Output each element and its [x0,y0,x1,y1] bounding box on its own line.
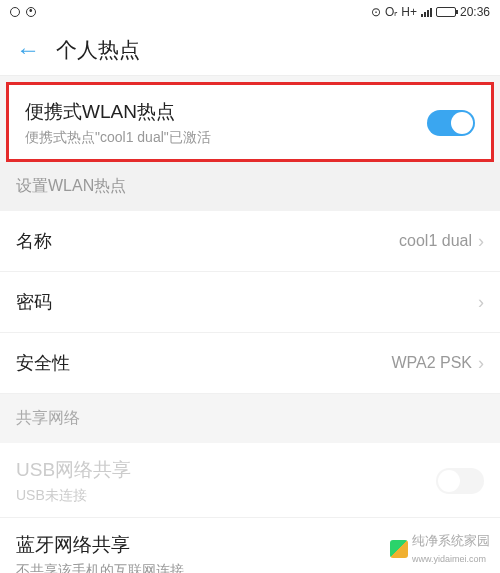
nav-header: ← 个人热点 [0,24,500,76]
watermark-brand: 纯净系统家园 [412,533,490,548]
watermark-logo-icon [390,540,408,558]
chevron-right-icon: › [478,231,484,252]
hotspot-icon: ⊙ [371,5,381,19]
annotation-highlight: 便携式WLAN热点 便携式热点"cool1 dual"已激活 [6,82,494,162]
portable-hotspot-row[interactable]: 便携式WLAN热点 便携式热点"cool1 dual"已激活 [9,85,491,159]
back-icon[interactable]: ← [16,38,40,62]
usb-tether-row: USB网络共享 USB未连接 [0,443,500,518]
row-security-value: WPA2 PSK [391,354,472,372]
status-icon-1 [10,7,20,17]
portable-hotspot-toggle[interactable] [427,110,475,136]
usb-tether-title: USB网络共享 [16,457,436,483]
section-share-network: 共享网络 [0,394,500,443]
chevron-right-icon: › [478,353,484,374]
row-name[interactable]: 名称 cool1 dual › [0,211,500,272]
page-title: 个人热点 [56,36,140,64]
watermark: 纯净系统家园 www.yidaimei.com [390,532,490,565]
status-bar: ⊙ Oᵣ H+ 20:36 [0,0,500,24]
row-name-value: cool1 dual [399,232,472,250]
row-security[interactable]: 安全性 WPA2 PSK › [0,333,500,394]
row-password-label: 密码 [16,290,472,314]
section-setup-wlan: 设置WLAN热点 [0,162,500,211]
chevron-right-icon: › [478,292,484,313]
network-type: H+ [401,5,417,19]
signal-icon [421,8,432,17]
row-name-label: 名称 [16,229,399,253]
portable-hotspot-subtitle: 便携式热点"cool1 dual"已激活 [25,129,427,147]
usb-tether-toggle [436,468,484,494]
battery-icon [436,7,456,17]
portable-hotspot-title: 便携式WLAN热点 [25,99,427,125]
watermark-url: www.yidaimei.com [412,554,486,564]
clock: 20:36 [460,5,490,19]
status-icon-2 [26,7,36,17]
key-icon: Oᵣ [385,5,397,19]
row-password[interactable]: 密码 › [0,272,500,333]
usb-tether-subtitle: USB未连接 [16,487,436,505]
row-security-label: 安全性 [16,351,391,375]
